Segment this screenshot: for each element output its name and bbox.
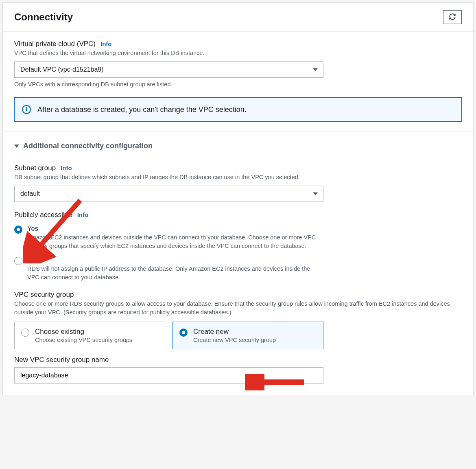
info-icon: i: [22, 105, 31, 114]
subnet-label: Subnet group: [14, 164, 56, 172]
sg-tile-choose-existing[interactable]: Choose existing Choose existing VPC secu…: [14, 322, 165, 349]
refresh-icon: [449, 13, 456, 22]
vpc-select[interactable]: Default VPC (vpc-d1521ba9): [14, 61, 323, 78]
public-option-yes[interactable]: Yes Amazon EC2 instances and devices out…: [14, 225, 462, 250]
sg-new-desc: Create new VPC security group: [193, 337, 317, 343]
vpc-desc: VPC that defines the virtual networking …: [14, 49, 462, 57]
new-sg-name-field: New VPC security group name: [14, 356, 462, 384]
refresh-button[interactable]: [443, 10, 462, 24]
vpc-select-value: Default VPC (vpc-d1521ba9): [20, 66, 104, 73]
additional-config-expander[interactable]: Additional connectivity configuration: [14, 132, 462, 155]
public-yes-title: Yes: [27, 225, 320, 232]
vpc-alert: i After a database is created, you can't…: [14, 97, 462, 122]
sg-tile-create-new[interactable]: Create new Create new VPC security group: [172, 322, 323, 349]
new-sg-name-input[interactable]: [14, 367, 323, 384]
public-no-desc: RDS will not assign a public IP address …: [27, 265, 320, 282]
public-info-link[interactable]: Info: [77, 211, 89, 218]
chevron-down-icon: [313, 193, 318, 195]
panel-header: Connectivity: [3, 3, 473, 32]
sg-desc: Choose one or more RDS security groups t…: [14, 300, 462, 317]
sg-new-title: Create new: [193, 328, 317, 336]
sg-existing-title: Choose existing: [35, 328, 158, 336]
sg-existing-desc: Choose existing VPC security groups: [35, 337, 158, 343]
panel-title: Connectivity: [14, 11, 73, 23]
public-yes-desc: Amazon EC2 instances and devices outside…: [27, 233, 320, 250]
subnet-group-field: Subnet group Info DB subnet group that d…: [14, 164, 462, 202]
vpc-info-link[interactable]: Info: [100, 40, 112, 47]
public-no-title: No: [27, 256, 320, 264]
public-label: Publicly accessible: [14, 211, 72, 219]
public-option-no[interactable]: No RDS will not assign a public IP addre…: [14, 256, 462, 282]
panel-body: Virtual private cloud (VPC) Info VPC tha…: [3, 32, 473, 395]
chevron-down-icon: [313, 68, 318, 71]
vpc-alert-text: After a database is created, you can't c…: [37, 105, 247, 114]
subnet-desc: DB subnet group that defines which subne…: [14, 173, 462, 182]
vpc-security-group-field: VPC security group Choose one or more RD…: [14, 291, 462, 349]
radio-icon: [21, 329, 29, 337]
subnet-select-value: default: [20, 190, 40, 197]
connectivity-panel: Connectivity Virtual private cloud (VPC)…: [2, 2, 474, 395]
vpc-field: Virtual private cloud (VPC) Info VPC tha…: [14, 40, 462, 88]
sg-label: VPC security group: [14, 291, 462, 299]
subnet-select[interactable]: default: [14, 186, 323, 202]
radio-icon: [14, 257, 22, 265]
expander-title: Additional connectivity configuration: [23, 142, 153, 150]
chevron-down-icon: [14, 145, 19, 148]
publicly-accessible-field: Publicly accessible Info Yes Amazon EC2 …: [14, 211, 462, 282]
vpc-label: Virtual private cloud (VPC): [14, 40, 96, 48]
new-sg-label: New VPC security group name: [14, 356, 462, 364]
vpc-hint: Only VPCs with a corresponding DB subnet…: [14, 81, 462, 88]
radio-icon: [14, 226, 22, 234]
subnet-info-link[interactable]: Info: [61, 164, 72, 171]
radio-icon: [179, 329, 188, 337]
